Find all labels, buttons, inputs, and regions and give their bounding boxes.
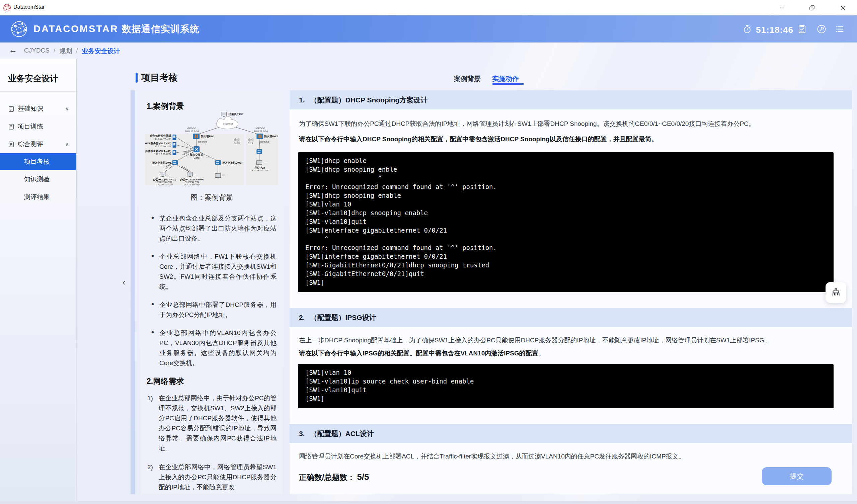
requirements-heading: 2.网络需求 bbox=[147, 376, 277, 387]
pc-ellipsis: ··· bbox=[223, 175, 225, 178]
sidebar-item-assessment[interactable]: 综合测评 ∧ bbox=[0, 136, 76, 153]
window-minimize-button[interactable] bbox=[772, 0, 792, 15]
question2-terminal[interactable]: [SW1]vlan 10 [SW1-vlan10]ip source check… bbox=[298, 364, 834, 408]
clear-terminal-button[interactable] bbox=[825, 282, 846, 303]
sidebar-item-label: 综合测评 bbox=[18, 140, 43, 149]
sidebar-item-basics[interactable]: 基础知识 ∨ bbox=[0, 100, 76, 117]
requirement-text: 在企业总部网络中，由于针对办公PC的管理不规范，交换机SW1、SW2上接入的部分… bbox=[159, 394, 276, 452]
pc-ellipsis: ··· bbox=[264, 162, 267, 165]
office-pc1-icon bbox=[160, 172, 165, 177]
partner-server-label: 合作伙伴协作系统 bbox=[150, 134, 172, 137]
question2-title: （配置题）IPSG设计 bbox=[310, 313, 376, 322]
report-icon[interactable] bbox=[797, 24, 807, 34]
question1-title: （配置题）DHCP Snooping方案设计 bbox=[310, 95, 428, 105]
breadcrumb-item-plan[interactable]: 规划 bbox=[59, 47, 72, 55]
question1-number: 1. bbox=[299, 96, 305, 104]
window-bottom-edge bbox=[0, 501, 857, 504]
window-titlebar: DatacomStar bbox=[0, 0, 857, 15]
sidebar-item-label: 项目训练 bbox=[18, 122, 43, 131]
back-button[interactable]: ← bbox=[9, 45, 17, 55]
tools-icon[interactable] bbox=[817, 24, 826, 34]
remote-pc-icon bbox=[221, 112, 226, 117]
tab-case-background[interactable]: 案例背景 bbox=[454, 74, 481, 83]
diagram-caption: 图：案例背景 bbox=[140, 193, 283, 202]
timer-icon bbox=[742, 24, 752, 34]
fw2-port-bottom-label: GE0/0/6 bbox=[260, 140, 269, 144]
breadcrumb-separator: / bbox=[76, 47, 78, 55]
brand-en: DATACOMSTAR bbox=[33, 23, 118, 34]
chevron-down-icon: ∨ bbox=[65, 106, 69, 112]
pc-ellipsis: ··· bbox=[167, 173, 170, 177]
sidebar-subitem-results[interactable]: 测评结果 bbox=[0, 189, 76, 205]
questions-panel: 1. （配置题）DHCP Snooping方案设计 为了确保SW1下联的办公PC… bbox=[289, 90, 852, 494]
document-icon bbox=[8, 123, 14, 130]
office-pc3-icon bbox=[256, 161, 262, 165]
question3-description: 网络管理员计划在Core交换机上部署ACL，并结合Traffic-filter实… bbox=[299, 452, 835, 461]
question3-title: （配置题）ACL设计 bbox=[310, 429, 374, 438]
chevron-up-icon: ∧ bbox=[65, 141, 69, 147]
collapse-panel-icon[interactable]: ‹ bbox=[122, 277, 125, 287]
case-bullet: 某企业包含企业总部及分支两个站点，这两个站点均部署了出口防火墙作为对应站点的出口… bbox=[147, 214, 276, 243]
sidebar-subitem-label: 测评结果 bbox=[24, 193, 50, 201]
sidebar-item-label: 基础知识 bbox=[18, 104, 43, 113]
case-bullet-list: 某企业包含企业总部及分支两个站点，这两个站点均部署了出口防火墙作为对应站点的出口… bbox=[147, 214, 277, 368]
requirement-number: 2) bbox=[147, 462, 153, 472]
sidebar-title: 业务安全设计 bbox=[8, 73, 58, 84]
question1-description: 为了确保SW1下联的办公PC通过DHCP获取合法的IP地址，网络管理员计划在SW… bbox=[299, 119, 835, 129]
window-close-button[interactable] bbox=[832, 0, 853, 15]
question3-header: 3. （配置题）ACL设计 bbox=[289, 424, 852, 443]
active-tab-underline bbox=[492, 83, 524, 85]
brand-globe-icon bbox=[10, 20, 28, 38]
tab-implementation[interactable]: 实施动作 bbox=[492, 74, 519, 83]
breadcrumb: CJYDCS / 规划 / 业务安全设计 bbox=[24, 47, 120, 55]
other-server-label: 其他服务器 (VLAN30) bbox=[145, 150, 171, 153]
firewall2-icon bbox=[256, 134, 263, 139]
case-bullet: 企业总部网络中的VLAN10内包含办公PC，VLAN30内包含DHCP服务器及其… bbox=[147, 328, 276, 368]
breadcrumb-separator: / bbox=[54, 47, 55, 55]
submit-button[interactable]: 提交 bbox=[762, 467, 831, 485]
question2-header: 2. （配置题）IPSG设计 bbox=[289, 308, 852, 327]
dhcp-server-icon bbox=[173, 142, 177, 148]
core-switch-label: 核心交换机 bbox=[189, 153, 203, 156]
pc1-ip: 172.16.10.X/24 bbox=[156, 183, 173, 186]
hq-zone-label: 总部 bbox=[234, 141, 240, 145]
app-header: DATACOMSTAR数据通信实训系统 51:18:46 bbox=[0, 15, 857, 43]
page-title-accent bbox=[136, 73, 138, 83]
switch1-icon bbox=[172, 160, 178, 165]
sidebar-subitem-knowledge-quiz[interactable]: 知识测验 bbox=[0, 171, 76, 188]
sidebar-subitem-label: 知识测验 bbox=[24, 175, 50, 184]
question1-terminal[interactable]: [SW1]dhcp enable [SW1]dhcp snooping enbl… bbox=[298, 152, 834, 292]
requirement-item: 2) 在企业总部网络中，网络管理员希望SW1上接入的办公PC只能使用DHCP服务… bbox=[147, 462, 276, 492]
document-icon bbox=[8, 141, 14, 148]
panel-splitter[interactable] bbox=[131, 90, 135, 494]
requirement-text: 在企业总部网络中，网络管理员希望SW1上接入的办公PC只能使用DHCP服务器分配… bbox=[159, 464, 276, 491]
sidebar-item-training[interactable]: 项目训练 bbox=[0, 118, 76, 135]
case-bullet: 企业总部网络中部署了DHCP服务器，用于为办公PC分配IP地址。 bbox=[147, 300, 276, 320]
score-label: 正确数/总题数： bbox=[299, 473, 355, 482]
case-background-panel[interactable]: 1.案例背景 企业 总部 企业 分支 出差员工PC bbox=[140, 90, 283, 494]
sw2-pc-icon bbox=[215, 174, 221, 179]
core-switch-name: Core bbox=[194, 156, 200, 159]
requirement-number: 1) bbox=[147, 393, 153, 403]
case-text: 某企业包含企业总部及分支两个站点，这两个站点均部署了出口防火墙作为对应站点的出口… bbox=[147, 208, 277, 494]
sidebar-subitem-project-exam[interactable]: 项目考核 bbox=[0, 153, 76, 170]
case-heading: 1.案例背景 bbox=[147, 101, 184, 112]
question1-header: 1. （配置题）DHCP Snooping方案设计 bbox=[289, 90, 852, 110]
branch-zone-label: 企业 bbox=[248, 138, 254, 141]
breadcrumb-item-current: 业务安全设计 bbox=[82, 47, 120, 55]
remote-pc-label: 出差员工PC bbox=[229, 113, 243, 116]
document-icon bbox=[8, 106, 14, 112]
sidebar-subitem-label: 项目考核 bbox=[24, 157, 50, 166]
brand-cn: 数据通信实训系统 bbox=[122, 24, 200, 34]
fw1-label: 防火墙FW1 bbox=[201, 135, 215, 138]
breadcrumb-bar: ← CJYDCS / 规划 / 业务安全设计 bbox=[0, 43, 857, 58]
menu-list-icon[interactable] bbox=[835, 24, 844, 34]
requirement-item: 1) 在企业总部网络中，由于针对办公PC的管理不规范，交换机SW1、SW2上接入… bbox=[147, 393, 276, 453]
partner-server-ip: 172.16.40.1/24 bbox=[155, 137, 171, 140]
breadcrumb-item-root[interactable]: CJYDCS bbox=[24, 47, 50, 55]
dhcp-server-ip: 172.16.30.1/24 bbox=[155, 145, 171, 148]
pc2-ip: 172.16.10.Y/24 bbox=[183, 183, 201, 186]
window-title: DatacomStar bbox=[13, 4, 45, 10]
window-restore-button[interactable] bbox=[802, 0, 822, 15]
branch-zone-label: 分支 bbox=[248, 141, 254, 145]
